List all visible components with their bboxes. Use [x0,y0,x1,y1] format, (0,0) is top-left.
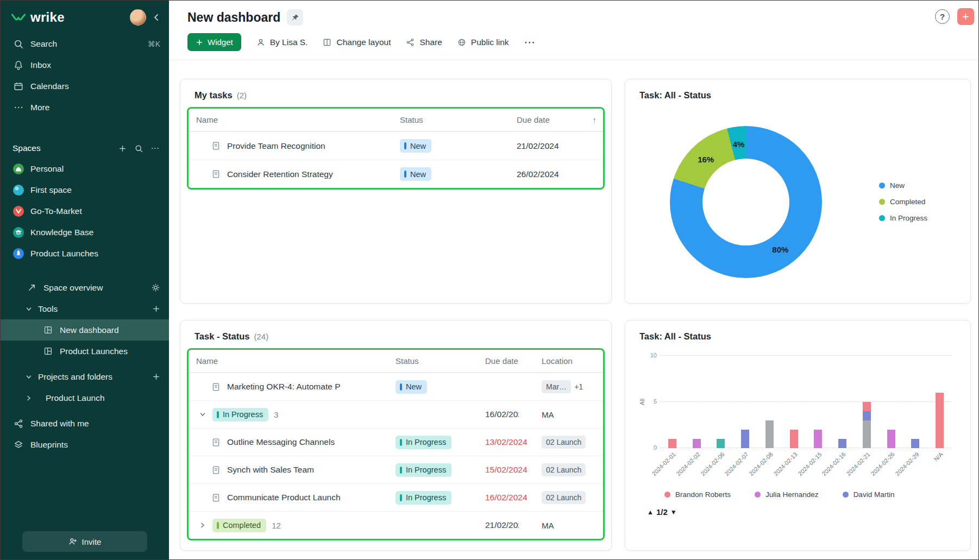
column-header-due-date[interactable]: Due date [485,356,542,366]
status-badge[interactable]: New [400,167,431,181]
task-row[interactable]: Outline Messaging Channels In Progress 1… [189,428,603,456]
task-name[interactable]: Outline Messaging Channels [227,437,335,447]
pin-icon[interactable] [287,9,303,26]
sidebar-item-calendars[interactable]: Calendars [1,75,169,97]
status-badge[interactable]: Completed [212,519,266,532]
bar-column[interactable] [806,356,831,448]
bar-segment[interactable] [936,393,944,448]
task-row[interactable]: Consider Retention Strategy New 26/02/20… [189,160,603,188]
add-button[interactable]: + [957,8,974,25]
sidebar-item-space-go-to-market[interactable]: Go-To-Market [1,200,169,222]
task-name[interactable]: Communicate Product Launch [227,493,341,502]
bar-column[interactable] [903,356,928,448]
sidebar-item-space-overview[interactable]: Space overview [1,277,169,298]
sidebar-group-tools[interactable]: Tools [1,298,169,319]
sidebar-item-space-product-launches[interactable]: Product Launches [1,243,169,264]
bar-column[interactable] [830,356,855,448]
spaces-more-icon[interactable]: ⋯ [151,143,160,153]
bar-segment[interactable] [838,439,846,448]
location-badge[interactable]: 02 Launch [542,463,586,476]
column-header-name[interactable]: Name [196,356,396,366]
bar-segment[interactable] [741,430,749,448]
help-button[interactable]: ? [935,9,950,24]
sidebar-item-search[interactable]: Search ⌘K [1,33,169,54]
dashboard-author[interactable]: By Lisa S. [256,37,308,47]
task-name[interactable]: Provide Team Recognition [227,141,325,151]
column-header-status[interactable]: Status [396,356,485,366]
bar-segment[interactable] [790,430,798,448]
bar-column[interactable] [685,356,709,448]
column-header-name[interactable]: Name [196,115,400,124]
task-row[interactable]: Synch with Sales Team In Progress 15/02/… [189,456,603,483]
avatar[interactable] [130,9,146,26]
bar-segment[interactable] [814,430,822,448]
donut-chart[interactable]: 80%16%4% [670,126,822,278]
chevron-down-icon[interactable] [199,411,206,418]
status-badge[interactable]: New [396,380,427,394]
share-button[interactable]: Share [406,37,442,47]
bar-segment[interactable] [863,402,871,411]
bar-segment[interactable] [887,430,895,448]
bar-column[interactable] [709,356,733,448]
bar-segment[interactable] [863,411,871,420]
add-widget-button[interactable]: Widget [187,33,241,51]
chevron-right-icon[interactable] [26,395,32,401]
sort-ascending-icon[interactable]: ↑ [593,115,597,124]
gear-icon[interactable] [151,283,160,292]
bar-column[interactable] [733,356,757,448]
donut-legend-item[interactable]: Completed [879,198,927,206]
add-space-icon[interactable] [118,144,127,153]
sidebar-item-space-personal[interactable]: Personal [1,158,169,179]
sidebar-item-product-launches-dashboard[interactable]: Product Launches [1,341,169,362]
column-header-location[interactable]: Location [542,356,595,366]
donut-legend-item[interactable]: New [879,181,927,190]
bar-column[interactable] [757,356,782,448]
search-spaces-icon[interactable] [135,144,143,153]
collapse-sidebar-icon[interactable] [153,14,160,21]
column-header-due-date[interactable]: Due date [517,115,595,124]
task-name[interactable]: Marketing OKR-4: Automate P [227,382,340,392]
sidebar-item-blueprints[interactable]: Blueprints [1,434,169,455]
add-tool-icon[interactable] [152,305,160,313]
status-badge[interactable]: In Progress [396,436,451,449]
bar-segment[interactable] [765,420,774,448]
bar-segment[interactable] [863,420,871,448]
public-link-button[interactable]: Public link [457,37,509,47]
bar-legend-item[interactable]: David Martin [843,490,895,499]
bar-legend-item[interactable]: Brandon Roberts [664,490,731,499]
sidebar-item-product-launch[interactable]: Product Launch [1,387,169,408]
column-header-status[interactable]: Status [400,115,517,124]
task-row[interactable]: Communicate Product Launch In Progress 1… [189,483,603,511]
donut-legend-item[interactable]: In Progress [879,214,927,222]
sidebar-item-new-dashboard[interactable]: New dashboard [1,319,169,341]
chevron-right-icon[interactable] [199,522,206,528]
wrike-logo[interactable]: wrike [11,10,65,25]
sidebar-group-projects-and-folders[interactable]: Projects and folders [1,366,169,387]
bar-column[interactable] [660,356,685,448]
location-badge[interactable]: 02 Launch [542,436,586,449]
location-extra-count[interactable]: +1 [574,382,583,391]
change-layout-button[interactable]: Change layout [323,37,391,47]
bar-segment[interactable] [717,439,725,448]
sidebar-item-inbox[interactable]: Inbox [1,54,169,75]
status-badge[interactable]: In Progress [212,408,268,421]
task-row[interactable]: Provide Team Recognition New 21/02/2024 [189,131,603,160]
page-down-icon[interactable]: ▼ [670,508,677,516]
group-row-completed[interactable]: Completed 12 21/02/2024 MA [189,511,603,539]
status-badge[interactable]: In Progress [396,491,451,505]
task-name[interactable]: Consider Retention Strategy [227,169,333,179]
bar-segment[interactable] [911,439,919,448]
add-project-icon[interactable] [152,373,160,381]
task-row[interactable]: Marketing OKR-4: Automate P New Mar… +1 [189,373,603,400]
bar-column[interactable] [879,356,903,448]
sidebar-item-more[interactable]: ⋯ More [1,97,169,118]
bar-column[interactable] [855,356,879,448]
page-up-icon[interactable]: ▲ [647,508,654,516]
invite-button[interactable]: Invite [22,531,147,552]
sidebar-item-space-knowledge-base[interactable]: Knowledge Base [1,222,169,243]
sidebar-item-shared-with-me[interactable]: Shared with me [1,413,169,434]
more-options-icon[interactable]: ⋯ [524,36,536,49]
sidebar-item-space-first-space[interactable]: First space [1,179,169,200]
location-badge[interactable]: 02 Launch [542,491,586,504]
bar-segment[interactable] [693,439,701,448]
